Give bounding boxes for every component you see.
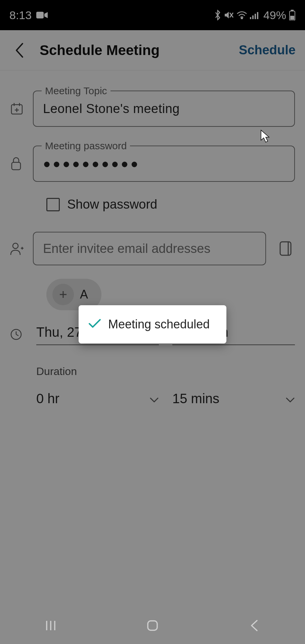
svg-rect-30 bbox=[148, 621, 157, 630]
lock-icon bbox=[10, 156, 33, 171]
chevron-down-icon bbox=[286, 391, 295, 406]
show-password-label: Show password bbox=[67, 197, 157, 212]
check-icon bbox=[88, 318, 101, 330]
duration-hours-value: 0 hr bbox=[36, 391, 59, 406]
invitee-email-field[interactable]: Enter invitee email addresses bbox=[33, 232, 266, 265]
mute-icon bbox=[224, 10, 234, 20]
wifi-icon bbox=[236, 11, 247, 19]
svg-rect-10 bbox=[290, 16, 294, 20]
duration-minutes-value: 15 mins bbox=[172, 391, 219, 406]
system-nav-bar bbox=[0, 607, 305, 644]
status-bar: 8:13 49% bbox=[0, 0, 305, 30]
duration-hours-field[interactable]: 0 hr bbox=[36, 388, 159, 409]
contacts-picker-button[interactable] bbox=[276, 239, 295, 258]
meeting-scheduled-toast: Meeting scheduled bbox=[79, 305, 226, 343]
video-recording-icon bbox=[36, 11, 48, 19]
svg-rect-7 bbox=[257, 12, 258, 19]
meeting-password-value: ●●●●●●●●●● bbox=[43, 157, 285, 171]
meeting-topic-field[interactable]: Meeting Topic Leonel Stone's meeting bbox=[33, 91, 295, 127]
battery-icon bbox=[289, 10, 296, 20]
add-person-icon bbox=[10, 241, 33, 256]
meeting-topic-label: Meeting Topic bbox=[42, 85, 111, 97]
page-title: Schedule Meeting bbox=[40, 42, 239, 58]
plus-icon bbox=[52, 284, 74, 305]
toast-message: Meeting scheduled bbox=[108, 317, 210, 331]
svg-rect-4 bbox=[250, 17, 251, 19]
svg-rect-5 bbox=[252, 15, 254, 19]
home-button[interactable] bbox=[141, 617, 164, 634]
chevron-down-icon bbox=[149, 391, 159, 406]
calendar-add-icon bbox=[10, 102, 33, 115]
invitee-placeholder: Enter invitee email addresses bbox=[43, 241, 210, 256]
add-chip-label: A bbox=[80, 287, 88, 302]
svg-line-26 bbox=[16, 334, 18, 336]
app-header: Schedule Meeting Schedule bbox=[0, 30, 305, 70]
back-button[interactable] bbox=[9, 40, 30, 60]
show-password-checkbox[interactable] bbox=[46, 198, 60, 211]
svg-rect-16 bbox=[12, 162, 20, 170]
meeting-password-field[interactable]: Meeting password ●●●●●●●●●● bbox=[33, 146, 295, 182]
nav-back-button[interactable] bbox=[243, 617, 266, 634]
recents-button[interactable] bbox=[39, 617, 62, 634]
schedule-button[interactable]: Schedule bbox=[239, 43, 296, 57]
clock-icon bbox=[10, 328, 33, 340]
duration-label: Duration bbox=[36, 365, 295, 378]
bluetooth-icon bbox=[214, 10, 221, 20]
status-time: 8:13 bbox=[9, 9, 32, 22]
battery-percent: 49% bbox=[263, 9, 286, 22]
svg-rect-6 bbox=[255, 14, 256, 19]
svg-point-17 bbox=[13, 243, 18, 249]
svg-rect-0 bbox=[36, 12, 44, 18]
duration-minutes-field[interactable]: 15 mins bbox=[172, 388, 295, 409]
svg-rect-20 bbox=[280, 242, 291, 255]
meeting-topic-value: Leonel Stone's meeting bbox=[43, 102, 285, 116]
meeting-password-label: Meeting password bbox=[42, 140, 130, 152]
svg-point-3 bbox=[241, 18, 243, 19]
signal-icon bbox=[250, 11, 259, 19]
